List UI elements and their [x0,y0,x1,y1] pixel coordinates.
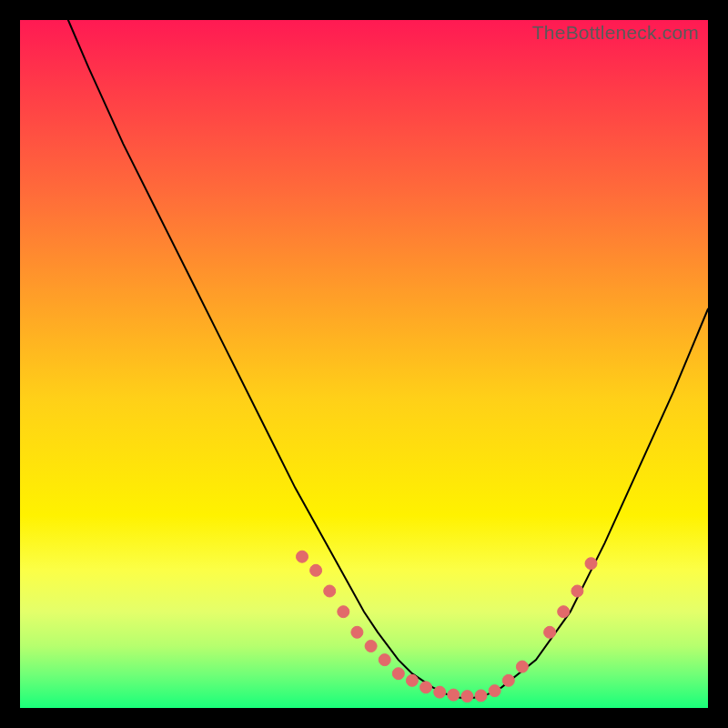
fit-dot [461,691,473,703]
fit-dot [475,690,487,702]
fit-dot [448,689,460,701]
fit-dot [420,682,432,693]
chart-svg [20,20,708,708]
fit-dot [585,558,597,570]
bottleneck-curve [68,20,708,698]
fit-region-dots [297,551,598,702]
fit-dot [406,674,418,686]
fit-dot [365,641,377,652]
fit-dot [392,668,404,680]
chart-plot-area: TheBottleneck.com [20,20,708,708]
fit-dot [297,551,308,562]
fit-dot [351,626,363,638]
fit-dot [379,654,390,666]
fit-dot [324,585,336,597]
fit-dot [310,564,322,576]
fit-dot [544,626,556,638]
fit-dot [571,585,583,597]
chart-frame: TheBottleneck.com [0,0,728,728]
fit-dot [434,686,446,698]
fit-dot [558,606,570,618]
fit-dot [502,674,514,686]
fit-dot [338,606,349,618]
fit-dot [489,685,500,697]
fit-dot [516,661,528,672]
